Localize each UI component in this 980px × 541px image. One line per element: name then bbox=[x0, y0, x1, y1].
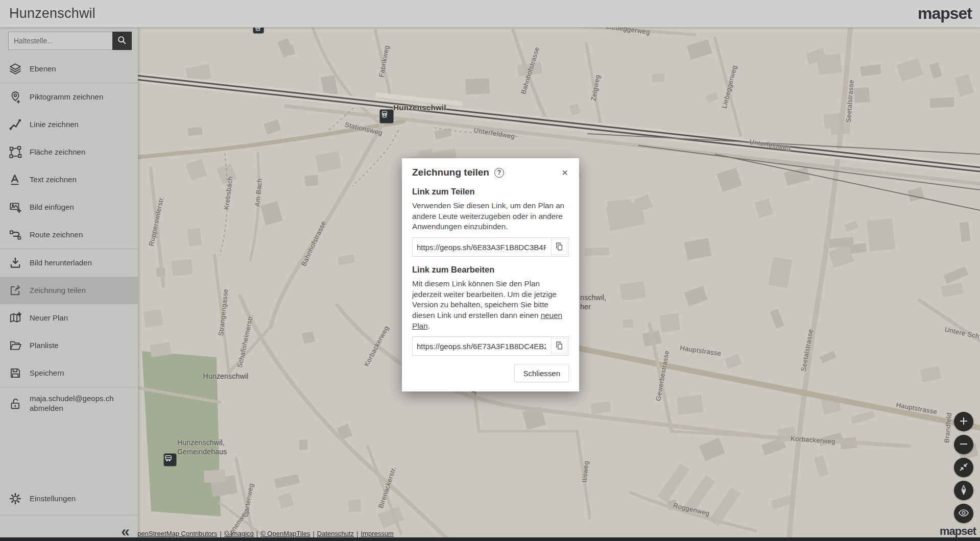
zoom-out-button[interactable] bbox=[954, 435, 973, 454]
attribution-link[interactable]: © OpenStreetMap Contributors bbox=[126, 530, 217, 537]
dialog-title: Zeichnung teilen bbox=[412, 167, 489, 178]
window-bottom-strip bbox=[0, 537, 980, 541]
sidebar-item-label: Text zeichnen bbox=[30, 175, 77, 185]
collapse-arrows-icon bbox=[959, 462, 969, 474]
attribution-link[interactable]: Datenschutz bbox=[317, 530, 354, 537]
sidebar-item-abmelden[interactable]: maja.schudel@geops.chabmelden bbox=[0, 387, 138, 420]
edit-url-row bbox=[412, 336, 569, 356]
north-arrow-button[interactable] bbox=[954, 481, 973, 500]
share-dialog: Zeichnung teilen ? × Link zum Teilen Ver… bbox=[402, 158, 579, 391]
sidebar-item-label: Speichern bbox=[30, 368, 64, 378]
sidebar-item-label: Neuer Plan bbox=[30, 313, 68, 323]
attribution-separator: | bbox=[356, 530, 358, 537]
page-title: Hunzenschwil bbox=[9, 6, 95, 21]
copy-icon bbox=[555, 242, 564, 253]
close-icon[interactable]: × bbox=[561, 166, 569, 179]
attribution-separator: | bbox=[256, 530, 258, 537]
gear-icon bbox=[8, 491, 22, 506]
attribution-bar: © OpenStreetMap Contributors|© imagico|©… bbox=[126, 530, 394, 537]
plus-icon bbox=[959, 416, 969, 428]
sidebar-item-planliste[interactable]: Planliste bbox=[0, 332, 138, 359]
sidebar-menu: EbenenPiktogramm zeichnenLinie zeichnenF… bbox=[0, 55, 138, 420]
schliessen-button[interactable]: Schliessen bbox=[514, 364, 569, 382]
pictogram-pin-icon bbox=[8, 90, 22, 104]
edit-description-text: Mit diesem Link können Sie den Plan jede… bbox=[412, 279, 557, 319]
sidebar-item-flaeche[interactable]: Fläche zeichnen bbox=[0, 138, 138, 166]
copy-edit-url-button[interactable] bbox=[551, 338, 567, 354]
share-url-row bbox=[412, 237, 569, 257]
sidebar-item-label: Piktogramm zeichnen bbox=[30, 92, 103, 102]
map-label-place: Hunzenschwil bbox=[203, 372, 249, 380]
sidebar: EbenenPiktogramm zeichnenLinie zeichnenF… bbox=[0, 28, 138, 541]
map-label-place: nschwil, bbox=[580, 293, 606, 302]
sidebar-item-einstellungen[interactable]: Einstellungen bbox=[0, 485, 138, 512]
attribution-separator: | bbox=[220, 530, 221, 537]
image-add-icon bbox=[8, 200, 22, 214]
eye-icon bbox=[958, 507, 969, 520]
sidebar-item-label: Zeichnung teilen bbox=[30, 286, 86, 296]
sidebar-item-zeichnung-teilen[interactable]: Zeichnung teilen bbox=[0, 277, 138, 304]
share-icon bbox=[8, 283, 22, 298]
sidebar-item-route[interactable]: Route zeichnen bbox=[0, 221, 138, 249]
sidebar-item-label: Fläche zeichnen bbox=[30, 147, 85, 157]
minus-icon bbox=[959, 439, 969, 451]
text-icon bbox=[8, 173, 22, 187]
map-controls bbox=[954, 412, 973, 523]
attribution-link[interactable]: Impressum bbox=[361, 530, 393, 537]
line-icon bbox=[8, 117, 22, 132]
sidebar-item-label: maja.schudel@geops.chabmelden bbox=[30, 394, 114, 413]
search-button[interactable] bbox=[112, 32, 132, 50]
sidebar-item-neuer-plan[interactable]: Neuer Plan bbox=[0, 304, 138, 332]
polygon-icon bbox=[8, 145, 22, 159]
map-label-place: Hunzenschwil, bbox=[177, 438, 225, 447]
sidebar-item-label: Bild einfügen bbox=[30, 203, 74, 212]
train-station-icon[interactable] bbox=[380, 110, 393, 123]
download-icon bbox=[8, 256, 22, 270]
sidebar-item-bild-einfuegen[interactable]: Bild einfügen bbox=[0, 193, 138, 221]
attribution-link[interactable]: © imagico bbox=[224, 530, 254, 537]
map-label-place: Hunzenschwil bbox=[393, 103, 446, 112]
copy-share-url-button[interactable] bbox=[551, 239, 567, 255]
divider bbox=[0, 515, 138, 515]
new-plan-icon bbox=[8, 311, 22, 325]
north-arrow-icon bbox=[959, 485, 968, 497]
help-icon[interactable]: ? bbox=[494, 168, 504, 178]
map-label-place: Gemeindehaus bbox=[177, 448, 227, 456]
search-icon bbox=[116, 35, 128, 47]
sidebar-item-speichern[interactable]: Speichern bbox=[0, 359, 138, 387]
copy-icon bbox=[555, 341, 564, 352]
sidebar-item-label: Planliste bbox=[30, 341, 59, 351]
settings-slot: Einstellungen bbox=[0, 485, 138, 512]
sidebar-item-label: Einstellungen bbox=[30, 494, 76, 504]
sidebar-collapse-button[interactable]: « bbox=[121, 524, 130, 539]
edit-description-period: . bbox=[427, 322, 429, 330]
search-row bbox=[8, 32, 132, 50]
search-input[interactable] bbox=[8, 32, 112, 50]
sidebar-item-label: Linie zeichnen bbox=[30, 120, 79, 130]
zoom-in-button[interactable] bbox=[954, 412, 973, 431]
fit-extent-button[interactable] bbox=[954, 458, 973, 477]
save-icon bbox=[8, 366, 22, 380]
share-url-input[interactable] bbox=[413, 238, 550, 256]
edit-url-input[interactable] bbox=[413, 337, 550, 355]
share-link-description: Verwenden Sie diesen Link, um den Plan a… bbox=[412, 201, 569, 232]
map-label-place: her bbox=[580, 303, 591, 311]
attribution-link[interactable]: © OpenMapTiles bbox=[260, 530, 310, 537]
sidebar-item-linie[interactable]: Linie zeichnen bbox=[0, 111, 138, 138]
sidebar-item-piktogramm[interactable]: Piktogramm zeichnen bbox=[0, 83, 138, 111]
edit-link-description: Mit diesem Link können Sie den Plan jede… bbox=[412, 279, 569, 331]
sidebar-item-label: Ebenen bbox=[30, 64, 56, 74]
route-icon bbox=[8, 228, 22, 242]
header: Hunzenschwil mapset bbox=[0, 0, 980, 28]
share-link-heading: Link zum Teilen bbox=[412, 187, 569, 196]
sidebar-item-ebenen[interactable]: Ebenen bbox=[0, 55, 138, 83]
sidebar-item-text[interactable]: Text zeichnen bbox=[0, 166, 138, 193]
lock-open-icon bbox=[8, 397, 22, 411]
sidebar-item-bild-herunterladen[interactable]: Bild herunterladen bbox=[0, 249, 138, 277]
sidebar-item-label: Bild herunterladen bbox=[30, 258, 92, 268]
mapset-logo-small: mapset bbox=[940, 525, 976, 538]
visibility-button[interactable] bbox=[954, 504, 973, 523]
folder-icon bbox=[8, 338, 22, 353]
mapset-logo: mapset bbox=[918, 4, 972, 23]
bus-stop-icon[interactable] bbox=[164, 454, 176, 466]
